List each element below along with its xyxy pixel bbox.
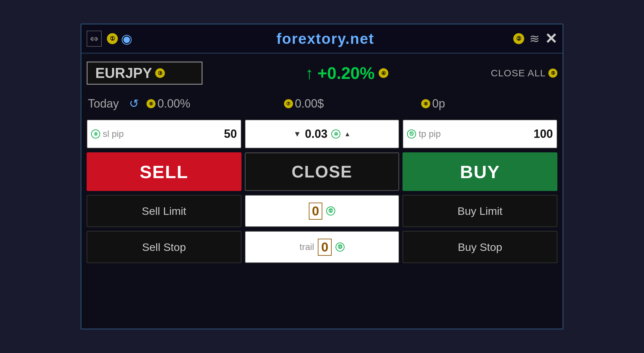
badge-11: ⑪	[407, 129, 416, 138]
close-button[interactable]: ✕	[545, 30, 557, 47]
inputs-row: ⑨ sl pip 50 ▼ 0.03 ⑩ ▲ ⑪ tp pip 100	[87, 119, 557, 148]
main-content: EURJPY ③ ↑ +0.20% ④ CLOSE ALL ⑤ Today ↺ …	[81, 53, 563, 329]
eye-icon: ◉	[121, 31, 132, 46]
badge-1: ①	[107, 33, 118, 44]
up-arrow-icon: ↑	[305, 63, 314, 83]
buy-stop-button[interactable]: Buy Stop	[402, 231, 557, 263]
stat-1-area: ⑥ 0.00%	[147, 97, 281, 110]
sl-pip-box[interactable]: ⑨ sl pip 50	[87, 119, 242, 148]
badge-7: ⑦	[284, 99, 293, 108]
app-window: ⇔ ① ◉ forextory.net ② ≋ ✕ EURJPY ③ ↑ +0.…	[80, 24, 564, 329]
stat-percent: 0.00%	[157, 97, 190, 110]
badge-12: ⑫	[326, 206, 335, 215]
close-all-text: CLOSE ALL	[491, 68, 546, 79]
sell-limit-button[interactable]: Sell Limit	[87, 195, 242, 227]
app-title: forextory.net	[137, 30, 513, 47]
arrows-icon[interactable]: ⇔	[87, 31, 102, 47]
trail-label: trail	[299, 242, 314, 252]
offset-value: 0	[309, 203, 322, 220]
today-label: Today	[88, 97, 127, 110]
lot-increase-button[interactable]: ▲	[344, 130, 351, 138]
sell-button[interactable]: SELL	[87, 152, 242, 191]
settings-icon[interactable]: ≋	[529, 32, 540, 46]
lot-decrease-button[interactable]: ▼	[293, 129, 301, 138]
symbol-text: EURJPY	[95, 65, 152, 81]
badge-3: ③	[155, 68, 165, 78]
close-all-area[interactable]: CLOSE ALL ⑤	[491, 68, 557, 79]
badge-2: ②	[513, 33, 524, 44]
buy-button[interactable]: BUY	[402, 152, 557, 191]
limit-row: Sell Limit 0 ⑫ Buy Limit	[87, 195, 557, 227]
badge-9: ⑨	[91, 129, 100, 138]
stop-row: Sell Stop trail 0 ⑬ Buy Stop	[87, 231, 557, 263]
tp-pip-box[interactable]: ⑪ tp pip 100	[402, 119, 557, 148]
stat-pips: 0p	[432, 97, 445, 110]
sl-label: sl pip	[103, 129, 222, 139]
sl-value: 50	[224, 127, 237, 141]
badge-8: ⑧	[421, 99, 430, 108]
price-percent: +0.20%	[317, 63, 375, 83]
lot-box[interactable]: ▼ 0.03 ⑩ ▲	[245, 119, 400, 148]
title-right-area: ② ≋ ✕	[513, 30, 557, 47]
close-button-main[interactable]: CLOSE	[245, 152, 400, 191]
today-icon[interactable]: ↺	[129, 97, 139, 110]
badge-4: ④	[379, 68, 388, 78]
badge-1-area: ① ◉	[107, 31, 132, 46]
stat-3-area: ⑧ 0p	[421, 97, 556, 110]
stat-dollar: 0.00$	[295, 97, 324, 110]
today-row: Today ↺ ⑥ 0.00% ⑦ 0.00$ ⑧ 0p	[87, 91, 557, 116]
tp-value: 100	[534, 127, 553, 141]
trail-box[interactable]: trail 0 ⑬	[245, 231, 400, 263]
lot-value: 0.03	[305, 127, 327, 141]
buy-limit-button[interactable]: Buy Limit	[402, 195, 557, 227]
symbol-box[interactable]: EURJPY ③	[87, 62, 203, 85]
badge-13: ⑬	[336, 243, 345, 252]
badge-6: ⑥	[147, 99, 156, 108]
badge-5: ⑤	[548, 69, 557, 78]
badge-10: ⑩	[331, 129, 340, 138]
sell-stop-button[interactable]: Sell Stop	[87, 231, 242, 263]
trail-value: 0	[318, 239, 331, 256]
title-bar: ⇔ ① ◉ forextory.net ② ≋ ✕	[81, 24, 563, 53]
stat-2-area: ⑦ 0.00$	[284, 97, 419, 110]
offset-box[interactable]: 0 ⑫	[245, 195, 400, 227]
price-change-area: ↑ +0.20% ④	[208, 63, 486, 83]
tp-label: tp pip	[419, 129, 531, 139]
main-buttons-row: SELL CLOSE BUY	[87, 152, 557, 191]
symbol-row: EURJPY ③ ↑ +0.20% ④ CLOSE ALL ⑤	[87, 59, 557, 88]
